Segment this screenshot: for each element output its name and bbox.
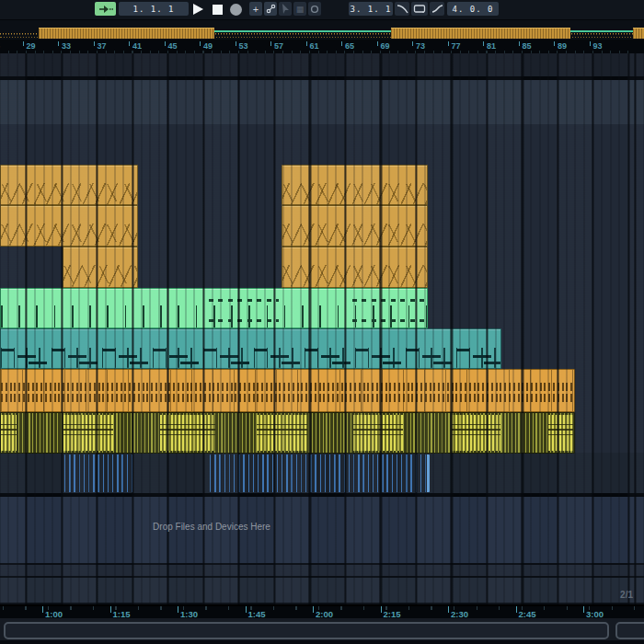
bar-ruler-label: 85	[523, 41, 532, 51]
audio-bright-segment	[548, 415, 573, 451]
primary-position-display[interactable]: 1. 1. 1	[119, 2, 189, 16]
overview-clip-block	[633, 28, 644, 39]
autoscroll-arrow-icon	[98, 5, 113, 14]
bar-ruler-label: 93	[593, 41, 603, 51]
loop-icon	[413, 4, 426, 14]
horizontal-scrollbar[interactable]	[4, 622, 609, 639]
bar-ruler-label: 49	[203, 41, 213, 51]
overview-clip-block	[391, 28, 570, 39]
midi-teal-clip[interactable]	[0, 328, 501, 369]
bar-ruler-label: 65	[345, 41, 354, 51]
track-row-14[interactable]	[0, 578, 644, 604]
fade-in-icon	[431, 4, 443, 14]
midi-orange-clip[interactable]	[63, 247, 138, 288]
track-row-2[interactable]	[0, 80, 644, 126]
bar-ruler[interactable]: 252933374145495357616569737781858993	[0, 40, 644, 53]
bar-ruler-label: 29	[27, 41, 36, 51]
fade-out-button[interactable]	[395, 2, 409, 16]
loop-button[interactable]	[411, 2, 428, 16]
track-row-13[interactable]	[0, 565, 644, 578]
audio-olive-clip[interactable]	[0, 412, 575, 454]
stop-button[interactable]	[209, 2, 225, 17]
cursor-icon	[282, 4, 290, 14]
audio-blue-clip[interactable]	[64, 454, 135, 492]
midi-orange-clip[interactable]	[282, 247, 428, 288]
note-dash-region	[352, 289, 424, 328]
automation-nodes-button[interactable]	[264, 2, 277, 16]
track-divider	[0, 76, 644, 80]
arrangement-grid[interactable]: Drop Files and Devices Here 2/1	[0, 53, 644, 604]
audio-bright-segment	[257, 415, 307, 451]
bar-ruler-label: 37	[98, 41, 107, 51]
grid-snap-button[interactable]: ▦	[293, 2, 306, 16]
scrollbar-corner[interactable]	[615, 622, 644, 639]
transport-toolbar: 1. 1. 1 + ▦ 3. 1. 1	[0, 0, 644, 20]
grid-zoom-indicator: 2/1	[620, 590, 633, 600]
track-row-1[interactable]	[0, 53, 644, 78]
play-icon	[193, 4, 203, 15]
midi-green-clip[interactable]	[0, 288, 428, 328]
track-row-12[interactable]	[0, 497, 644, 565]
bar-ruler-label: 41	[132, 41, 142, 51]
audio-bright-segment	[63, 415, 113, 451]
note-dash-region	[209, 289, 279, 328]
midi-orange-clip[interactable]	[282, 205, 428, 247]
fade-out-icon	[397, 4, 408, 14]
cursor-tool-button[interactable]	[279, 2, 292, 16]
tertiary-position-display[interactable]: 4. 0. 0	[447, 2, 499, 16]
drop-files-hint: Drop Files and Devices Here	[120, 522, 304, 532]
bar-ruler-label: 33	[62, 41, 71, 51]
add-track-button[interactable]: +	[249, 2, 262, 16]
track-divider	[0, 493, 644, 497]
project-overview-navigator[interactable]	[0, 20, 644, 40]
audio-bright-segment	[452, 415, 500, 451]
daw-arrangement-window: 1. 1. 1 + ▦ 3. 1. 1	[0, 0, 644, 644]
autoscroll-button[interactable]	[95, 2, 116, 16]
bar-ruler-label: 69	[381, 41, 390, 51]
audio-bright-segment	[160, 415, 215, 451]
audio-bright-segment	[1, 415, 17, 451]
audio-orange-clip[interactable]	[0, 369, 575, 412]
midi-orange-clip[interactable]	[0, 165, 138, 205]
overview-clip-block	[39, 28, 214, 39]
track-row-3[interactable]	[0, 124, 644, 166]
audio-blue-clip[interactable]	[210, 454, 430, 492]
bar-ruler-label: 53	[239, 41, 248, 51]
grid-icon: ▦	[296, 5, 305, 14]
bottom-edge-strip	[0, 640, 644, 644]
circle-icon	[310, 5, 319, 14]
midi-orange-clip[interactable]	[282, 165, 428, 205]
fade-in-button[interactable]	[430, 2, 444, 16]
record-icon	[230, 4, 242, 16]
nodes-icon	[266, 4, 276, 14]
bar-ruler-label: 89	[558, 41, 567, 51]
bar-ruler-label: 61	[310, 41, 319, 51]
bottom-scroll-area	[0, 618, 644, 644]
bar-ruler-label: 45	[168, 41, 178, 51]
record-button[interactable]	[227, 2, 244, 17]
bar-ruler-label: 73	[416, 41, 425, 51]
audio-bright-segment	[353, 415, 403, 451]
bar-ruler-label: 57	[274, 41, 283, 51]
snap-circle-button[interactable]	[308, 2, 321, 16]
play-button[interactable]	[190, 2, 206, 17]
midi-orange-clip[interactable]	[0, 205, 138, 247]
plus-icon: +	[253, 4, 259, 15]
bar-ruler-label: 81	[487, 41, 496, 51]
secondary-position-display[interactable]: 3. 1. 1	[349, 2, 393, 16]
stop-icon	[213, 5, 223, 15]
bar-ruler-label: 77	[452, 41, 461, 51]
